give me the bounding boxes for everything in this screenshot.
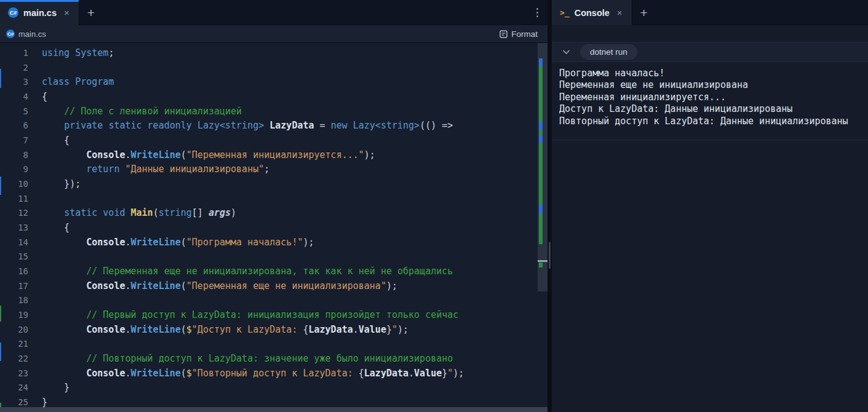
- code-line[interactable]: 17 Console.WriteLine("Переменная еще не …: [0, 279, 547, 294]
- run-command-row: dotnet run: [552, 42, 868, 62]
- code-line[interactable]: 13 {: [0, 221, 547, 236]
- console-output[interactable]: Программа началась!Переменная еще не ини…: [552, 62, 868, 140]
- horizontal-scrollbar[interactable]: [0, 407, 547, 412]
- console-output-line: Переменная инициализируется...: [559, 92, 861, 103]
- format-icon: [500, 30, 508, 38]
- code-line[interactable]: 3class Program: [0, 75, 547, 90]
- code-line[interactable]: 5 // Поле с ленивой инициализацией: [0, 105, 547, 119]
- line-number: 19: [0, 308, 28, 323]
- line-number: 8: [0, 148, 28, 163]
- terminal-icon: >_: [560, 8, 570, 17]
- line-number: 22: [0, 352, 28, 366]
- new-console-button[interactable]: +: [632, 0, 656, 25]
- new-tab-button[interactable]: +: [79, 0, 103, 25]
- line-number: 2: [0, 61, 28, 76]
- line-number: 23: [0, 366, 28, 381]
- line-number: 16: [0, 264, 28, 279]
- close-icon[interactable]: ×: [616, 7, 624, 18]
- editor-breadcrumb-bar: C# main.cs Format: [0, 25, 547, 43]
- code-line[interactable]: 22 // Повторный доступ к LazyData: значе…: [0, 352, 547, 366]
- line-number: 10: [0, 177, 28, 192]
- tab-label: main.cs: [23, 8, 57, 18]
- line-number: 5: [0, 105, 28, 119]
- code-line[interactable]: 24 }: [0, 381, 547, 395]
- console-empty-area: [552, 140, 868, 412]
- editor-tabstrip: C# main.cs × +: [0, 0, 547, 25]
- code-line[interactable]: 21: [0, 337, 547, 352]
- tab-console[interactable]: >_ Console ×: [552, 0, 632, 25]
- console-tabstrip: >_ Console × +: [552, 0, 868, 25]
- code-line[interactable]: 1using System;: [0, 46, 547, 61]
- editor-panel: C# main.cs × + C# main.cs Format: [0, 0, 547, 412]
- format-label: Format: [511, 30, 538, 39]
- run-command-pill[interactable]: dotnet run: [580, 44, 637, 60]
- line-number: 14: [0, 236, 28, 250]
- line-number: 1: [0, 46, 28, 61]
- code-line[interactable]: 25}: [0, 395, 547, 407]
- line-number: 13: [0, 221, 28, 236]
- code-line[interactable]: 6 private static readonly Lazy<string> L…: [0, 119, 547, 133]
- panel-resize-divider[interactable]: [547, 0, 552, 412]
- breadcrumb-filename: main.cs: [18, 30, 46, 39]
- csharp-icon: C#: [8, 7, 18, 18]
- code-line[interactable]: 23 Console.WriteLine($"Повторный доступ …: [0, 366, 547, 381]
- line-number: 17: [0, 279, 28, 294]
- line-number: 4: [0, 90, 28, 105]
- code-line[interactable]: 20 Console.WriteLine($"Доступ к LazyData…: [0, 323, 547, 338]
- line-number: 25: [0, 395, 28, 407]
- line-number: 9: [0, 162, 28, 177]
- code-line[interactable]: 18: [0, 293, 547, 308]
- line-number: 24: [0, 381, 28, 395]
- tab-label: Console: [575, 8, 610, 18]
- code-editor[interactable]: 1using System;23class Program4{5 // Поле…: [0, 43, 547, 407]
- ide-window: C# main.cs × + C# main.cs Format: [0, 0, 868, 412]
- code-line[interactable]: 14 Console.WriteLine("Программа началась…: [0, 236, 547, 250]
- csharp-icon: C#: [6, 30, 15, 38]
- line-number: 15: [0, 250, 28, 264]
- line-number: 3: [0, 75, 28, 90]
- close-icon[interactable]: ×: [63, 7, 71, 18]
- console-output-line: Программа началась!: [559, 68, 861, 79]
- line-number: 7: [0, 133, 28, 148]
- line-number: 6: [0, 119, 28, 133]
- code-line[interactable]: 8 Console.WriteLine("Переменная инициали…: [0, 148, 547, 163]
- code-line[interactable]: 2: [0, 61, 547, 76]
- breadcrumb: C# main.cs: [6, 30, 46, 39]
- format-button[interactable]: Format: [496, 28, 541, 41]
- code-area: 1using System;23class Program4{5 // Поле…: [0, 46, 547, 407]
- line-number: 11: [0, 192, 28, 207]
- code-line[interactable]: 7 {: [0, 133, 547, 148]
- code-line[interactable]: 16 // Переменная еще не инициализирована…: [0, 264, 547, 279]
- line-number: 18: [0, 293, 28, 308]
- code-line[interactable]: 12 static void Main(string[] args): [0, 206, 547, 221]
- line-number: 12: [0, 206, 28, 221]
- code-line[interactable]: 4{: [0, 90, 547, 105]
- code-line[interactable]: 11: [0, 192, 547, 207]
- console-toolbar-gap: [552, 25, 868, 42]
- line-number: 21: [0, 337, 28, 352]
- console-panel: >_ Console × + dotnet run Программа нача…: [552, 0, 868, 412]
- code-line[interactable]: 9 return "Данные инициализированы";: [0, 162, 547, 177]
- overview-ruler[interactable]: [538, 43, 547, 291]
- code-line[interactable]: 15: [0, 250, 547, 264]
- ruler-cursor-mark: [538, 260, 547, 262]
- console-output-line: Повторный доступ к LazyData: Данные иниц…: [559, 116, 861, 127]
- tab-main-cs[interactable]: C# main.cs ×: [0, 0, 79, 25]
- divider-grip[interactable]: [549, 242, 551, 269]
- line-number: 20: [0, 323, 28, 338]
- console-output-line: Переменная еще не инициализирована: [559, 79, 861, 91]
- code-line[interactable]: 10 });: [0, 177, 547, 192]
- code-line[interactable]: 19 // Первый доступ к LazyData: инициали…: [0, 308, 547, 323]
- kebab-menu-icon[interactable]: [527, 0, 547, 25]
- chevron-down-icon[interactable]: [562, 49, 570, 55]
- gutter-change-stripe: [0, 43, 1, 407]
- console-output-line: Доступ к LazyData: Данные инициализирова…: [559, 103, 861, 115]
